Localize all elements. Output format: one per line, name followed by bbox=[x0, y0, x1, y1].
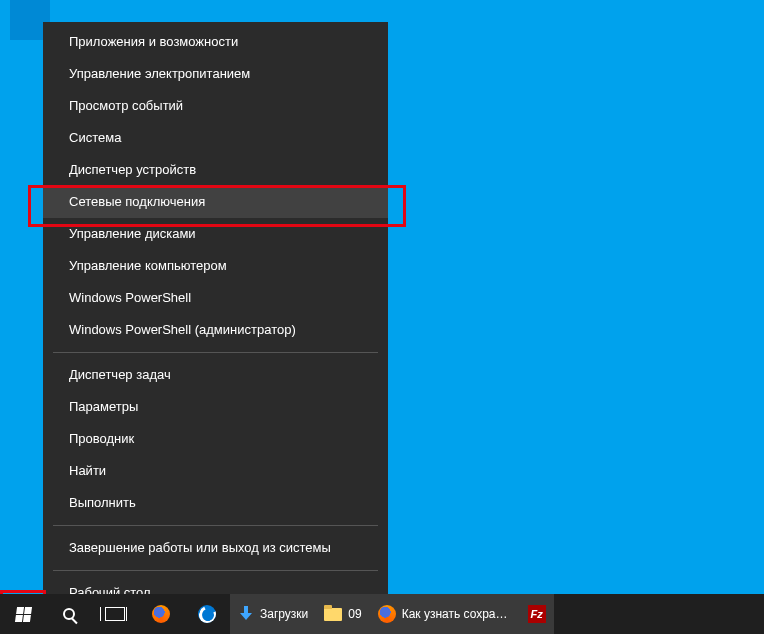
winx-item[interactable]: Просмотр событий bbox=[43, 90, 388, 122]
taskbar-app[interactable]: 09 bbox=[316, 594, 369, 634]
winx-item[interactable]: Управление дисками bbox=[43, 218, 388, 250]
taskbar-app-label: Как узнать сохран... bbox=[402, 607, 512, 621]
taskbar-app-label: 09 bbox=[348, 607, 361, 621]
start-button[interactable] bbox=[0, 594, 46, 634]
taskbar-app[interactable]: Загрузки bbox=[230, 594, 316, 634]
fz-icon: Fz bbox=[528, 605, 546, 623]
taskbar-app-label: Загрузки bbox=[260, 607, 308, 621]
winx-item[interactable]: Выполнить bbox=[43, 487, 388, 519]
taskbar: Загрузки09Как узнать сохран...Fz bbox=[0, 594, 764, 634]
taskbar-app[interactable]: Как узнать сохран... bbox=[370, 594, 520, 634]
edge-icon bbox=[198, 605, 216, 623]
winx-item[interactable]: Сетевые подключения bbox=[43, 186, 388, 218]
menu-separator bbox=[53, 525, 378, 526]
menu-separator bbox=[53, 352, 378, 353]
firefox-pinned[interactable] bbox=[138, 594, 184, 634]
task-view-icon bbox=[105, 607, 125, 621]
winx-item[interactable]: Windows PowerShell (администратор) bbox=[43, 314, 388, 346]
windows-logo-icon bbox=[14, 607, 31, 622]
winx-item[interactable]: Диспетчер задач bbox=[43, 359, 388, 391]
ff-icon bbox=[378, 605, 396, 623]
search-button[interactable] bbox=[46, 594, 92, 634]
winx-item[interactable]: Найти bbox=[43, 455, 388, 487]
task-view-button[interactable] bbox=[92, 594, 138, 634]
taskbar-app[interactable]: Fz bbox=[520, 594, 554, 634]
firefox-icon bbox=[152, 605, 170, 623]
winx-item[interactable]: Параметры bbox=[43, 391, 388, 423]
search-icon bbox=[63, 608, 75, 620]
folder-icon bbox=[324, 608, 342, 621]
winx-item[interactable]: Диспетчер устройств bbox=[43, 154, 388, 186]
winx-item[interactable]: Приложения и возможности bbox=[43, 26, 388, 58]
menu-separator bbox=[53, 570, 378, 571]
winx-item[interactable]: Завершение работы или выход из системы bbox=[43, 532, 388, 564]
dl-icon bbox=[238, 606, 254, 622]
edge-pinned[interactable] bbox=[184, 594, 230, 634]
winx-item[interactable]: Управление электропитанием bbox=[43, 58, 388, 90]
winx-item[interactable]: Windows PowerShell bbox=[43, 282, 388, 314]
winx-item[interactable]: Управление компьютером bbox=[43, 250, 388, 282]
winx-item[interactable]: Проводник bbox=[43, 423, 388, 455]
winx-item[interactable]: Система bbox=[43, 122, 388, 154]
winx-context-menu: Приложения и возможностиУправление элект… bbox=[43, 22, 388, 613]
